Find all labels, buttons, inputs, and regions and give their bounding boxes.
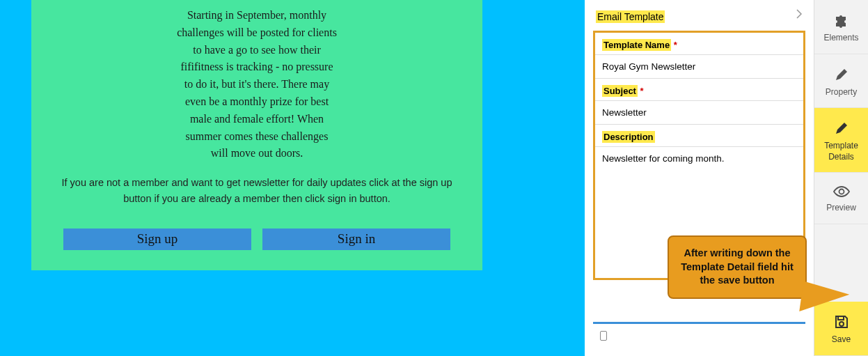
newsletter-preview-card[interactable]: Starting in September, monthly challenge… bbox=[31, 0, 482, 270]
template-name-input[interactable] bbox=[595, 54, 803, 79]
svg-point-2 bbox=[839, 322, 844, 326]
puzzle-icon bbox=[833, 13, 850, 28]
instruction-callout: After writing down the Template Detail f… bbox=[668, 235, 807, 299]
pencil-icon bbox=[834, 67, 849, 82]
chevron-right-icon[interactable] bbox=[796, 9, 803, 24]
template-name-label: Template Name * bbox=[595, 33, 803, 54]
panel-title: Email Template bbox=[596, 10, 665, 23]
button-row: Sign up Sign in bbox=[31, 208, 482, 250]
toolbar-property[interactable]: Property bbox=[814, 54, 868, 109]
signin-button[interactable]: Sign in bbox=[262, 229, 450, 250]
canvas-area: Starting in September, monthly challenge… bbox=[0, 0, 585, 356]
required-star: * bbox=[640, 86, 644, 96]
svg-point-0 bbox=[839, 189, 844, 194]
description-label: Description bbox=[595, 125, 803, 146]
toolbar-preview[interactable]: Preview bbox=[814, 173, 868, 224]
subject-input[interactable] bbox=[595, 100, 803, 125]
newsletter-intro-text: Starting in September, monthly challenge… bbox=[177, 7, 337, 162]
signup-button[interactable]: Sign up bbox=[63, 229, 251, 250]
pencil-icon bbox=[834, 121, 849, 136]
subject-label: Subject * bbox=[595, 79, 803, 100]
panel-header: Email Template bbox=[585, 0, 814, 31]
newsletter-body: Starting in September, monthly challenge… bbox=[31, 0, 482, 162]
eye-icon bbox=[833, 185, 851, 198]
mobile-device-icon[interactable] bbox=[600, 331, 607, 341]
required-star: * bbox=[674, 40, 677, 50]
toolbar-elements[interactable]: Elements bbox=[814, 0, 868, 54]
side-panel: Email Template Template Name * Subject *… bbox=[585, 0, 814, 356]
newsletter-cta-text: If you are not a member and want to get … bbox=[31, 162, 482, 207]
bottom-device-strip bbox=[593, 322, 805, 343]
toolbar-template-details[interactable]: Template Details bbox=[814, 108, 868, 173]
